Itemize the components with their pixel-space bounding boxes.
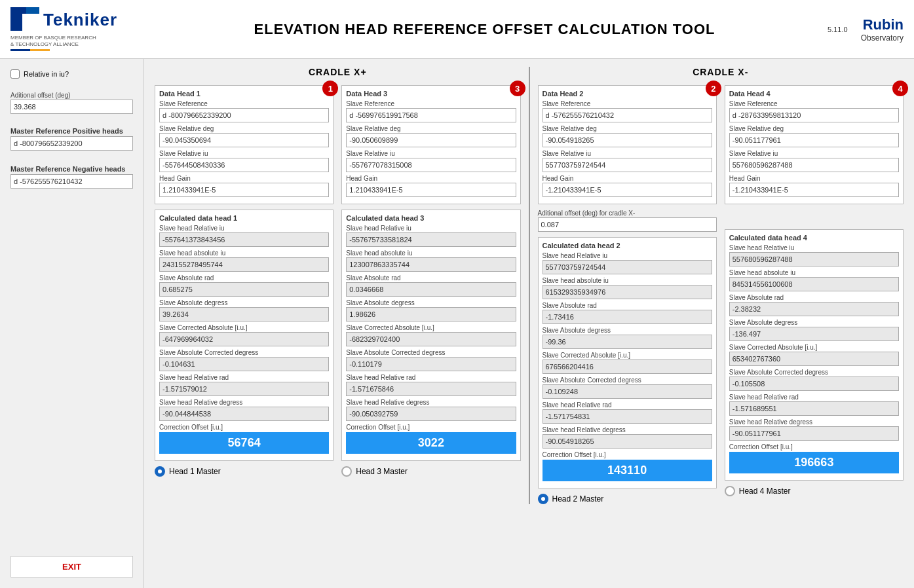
head-4-data-card: 4 Data Head 4 Slave Reference Slave Rela… [725,85,904,204]
relative-iu-label: Relative in iu? [24,70,69,78]
head-4-master-row: Head 4 Master [725,486,904,496]
head-2-head-gain-group: Head Gain [543,175,712,197]
head-3-calc-abs-rad-label: Slave Absolute rad [346,274,516,282]
app-header: Tekniker MEMBER OF BASQUE RESEARCH & TEC… [0,0,914,59]
head-2-master-radio[interactable] [538,494,548,504]
head-1-data-card: 1 Data Head 1 Slave Reference Slave Rela… [155,85,333,204]
svg-rect-3 [16,15,22,31]
head-3-slave-rel-iu-input[interactable] [346,158,516,172]
head-4-master-label: Head 4 Master [739,487,791,496]
head-3-head-gain-group: Head Gain [346,175,516,197]
head-3-master-radio[interactable] [341,466,352,477]
cradle-xminus-title: CRADLE X- [538,67,904,77]
additional-offset-group: Aditional offset (deg) [10,92,133,114]
head-4-calc-abs-iu-group: Slave head absolute iu [729,269,899,291]
head-3-calc-rel-iu-group: Slave head Relative iu [346,225,516,247]
head-1-slave-rel-iu-input[interactable] [159,158,329,172]
head-1-head-gain-input[interactable] [159,183,329,197]
head-3-slave-rel-iu-label: Slave Relative iu [346,150,516,157]
head-3-calc-abs-rad-group: Slave Absolute rad [346,274,516,297]
head-3-calc-head-rel-deg-label: Slave head Relative degress [346,399,516,406]
head-4-calc-abs-corr-deg-label: Slave Absolute Corrected degress [729,369,899,376]
master-positive-input[interactable] [10,136,133,151]
head-1-calc-abs-corr-deg-group: Slave Absolute Corrected degress [159,349,329,371]
head-1-slave-ref-input[interactable] [159,108,329,122]
head-4-slave-ref-group: Slave Reference [729,100,899,122]
head-1-calc-card: Calculated data head 1 Slave head Relati… [155,210,333,461]
rubin-title: Rubin [861,16,904,33]
head-1-slave-rel-iu-label: Slave Relative iu [159,150,329,157]
head-3-calc-abs-iu-group: Slave head absolute iu [346,249,516,272]
head-2-calc-abs-corr-deg-input [543,384,712,399]
head-2-calc-head-rel-rad-label: Slave head Relative rad [543,401,712,409]
head-4-calc-head-rel-deg-label: Slave head Relative degress [729,418,899,426]
head-2-head-gain-input[interactable] [543,183,712,197]
head-3-calc-card: Calculated data head 3 Slave head Relati… [341,210,520,461]
head-2-slave-rel-iu-input[interactable] [543,158,712,172]
rubin-logo: Rubin Observatory [861,16,904,43]
head-2-slave-ref-input[interactable] [543,108,712,122]
head-3-slave-ref-input[interactable] [346,108,516,122]
head-4-head-gain-label: Head Gain [729,175,899,182]
master-positive-label: Master Reference Positive heads [10,127,133,135]
head-4-badge: 4 [892,81,908,96]
head-3-calc-abs-iu-label: Slave head absolute iu [346,249,516,257]
head-1-slave-ref-label: Slave Reference [159,100,329,107]
head-4-calc-corr-abs-label: Slave Corrected Absolute [i.u.] [729,344,899,351]
head-3-calc-abs-corr-deg-group: Slave Absolute Corrected degress [346,349,516,371]
head-1-calc-abs-rad-input [159,282,329,297]
head-3-slave-ref-group: Slave Reference [346,100,516,122]
head-3-calc-rel-iu-input [346,232,516,247]
head-2-calc-rel-iu-label: Slave head Relative iu [543,252,712,259]
head-3-slave-rel-deg-input[interactable] [346,133,516,147]
cradle-xminus: CRADLE X- 2 Data Head 2 Slave Reference [530,67,904,504]
head-1-calc-head-rel-deg-group: Slave head Relative degress [159,399,329,421]
head-1-slave-rel-deg-input[interactable] [159,133,329,147]
head-2-master-row: Head 2 Master [538,494,717,504]
head-4-correction-offset-label: Correction Offset [i.u.] [729,443,899,450]
head-2-master-label: Head 2 Master [552,494,604,504]
head-4-slave-rel-deg-input[interactable] [729,133,899,147]
head-2-correction-offset-group: Correction Offset [i.u.] 143110 [543,451,712,481]
head-4-slave-ref-input[interactable] [729,108,899,122]
head-2-calc-abs-deg-group: Slave Absolute degress [543,327,712,349]
master-negative-input[interactable] [10,174,133,189]
head-2-calc-abs-iu-input [543,285,712,299]
relative-iu-checkbox[interactable] [10,69,20,79]
head-1-calc-head-rel-rad-input [159,382,329,396]
head-1-calc-head-rel-rad-label: Slave head Relative rad [159,374,329,381]
cradle-xminus-heads: 2 Data Head 2 Slave Reference Slave Rela… [538,85,904,504]
head-4-calc-corr-abs-input [729,352,899,366]
head-2-slave-rel-deg-input[interactable] [543,133,712,147]
additional-offset-cradle-input[interactable] [538,217,717,232]
head-3-slave-rel-deg-group: Slave Relative deg [346,125,516,147]
head-4-slave-rel-deg-label: Slave Relative deg [729,125,899,132]
head-1-correction-offset-label: Correction Offset [i.u.] [159,424,329,431]
head-2-slave-rel-iu-label: Slave Relative iu [543,150,712,157]
head-4-head-gain-input[interactable] [729,183,899,197]
head-1-badge: 1 [322,81,338,96]
head-2-correction-offset-value: 143110 [543,460,712,481]
head-2-calc-abs-iu-group: Slave head absolute iu [543,277,712,299]
head-1-calc-abs-iu-group: Slave head absolute iu [159,249,329,272]
logo-subtitle: MEMBER OF BASQUE RESEARCH & TECHNOLOGY A… [10,35,96,47]
head-1-master-radio[interactable] [155,466,165,477]
exit-button[interactable]: EXIT [10,556,133,578]
head-4-calc-head-rel-rad-group: Slave head Relative rad [729,394,899,416]
head-4-slave-ref-label: Slave Reference [729,100,899,107]
head-4-calc-abs-deg-group: Slave Absolute degress [729,319,899,341]
head-2-calc-head-rel-rad-input [543,409,712,424]
head-3-correction-offset-label: Correction Offset [i.u.] [346,424,516,431]
head-4-slave-rel-iu-input[interactable] [729,158,899,172]
head-3-calc-label: Calculated data head 3 [346,214,516,222]
head-3-slave-rel-iu-group: Slave Relative iu [346,150,516,172]
head-4-master-radio[interactable] [725,486,735,496]
head-3-head-gain-input[interactable] [346,183,516,197]
head-3-column: 3 Data Head 3 Slave Reference Slave Rela… [341,85,520,477]
head-3-master-row: Head 3 Master [341,466,520,477]
head-2-slave-rel-deg-label: Slave Relative deg [543,125,712,132]
head-3-calc-abs-rad-input [346,282,516,297]
head-3-calc-head-rel-deg-group: Slave head Relative degress [346,399,516,421]
additional-offset-input[interactable] [10,100,133,114]
head-1-slave-ref-group: Slave Reference [159,100,329,122]
